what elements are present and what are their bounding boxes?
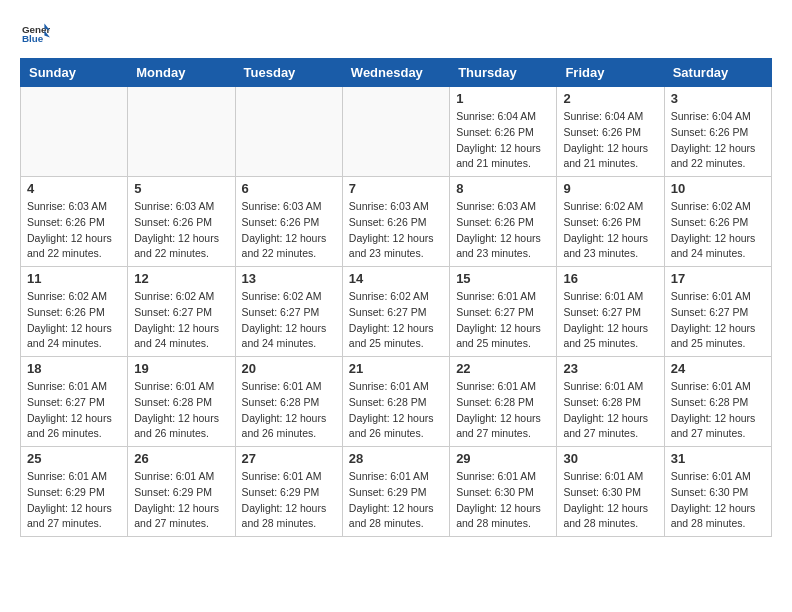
day-cell-20: 20Sunrise: 6:01 AM Sunset: 6:28 PM Dayli… [235,357,342,447]
day-cell-5: 5Sunrise: 6:03 AM Sunset: 6:26 PM Daylig… [128,177,235,267]
day-info: Sunrise: 6:01 AM Sunset: 6:30 PM Dayligh… [671,469,765,532]
day-info: Sunrise: 6:03 AM Sunset: 6:26 PM Dayligh… [349,199,443,262]
day-cell-17: 17Sunrise: 6:01 AM Sunset: 6:27 PM Dayli… [664,267,771,357]
day-info: Sunrise: 6:04 AM Sunset: 6:26 PM Dayligh… [671,109,765,172]
day-cell-22: 22Sunrise: 6:01 AM Sunset: 6:28 PM Dayli… [450,357,557,447]
empty-cell [128,87,235,177]
week-row-2: 4Sunrise: 6:03 AM Sunset: 6:26 PM Daylig… [21,177,772,267]
day-cell-9: 9Sunrise: 6:02 AM Sunset: 6:26 PM Daylig… [557,177,664,267]
day-info: Sunrise: 6:02 AM Sunset: 6:27 PM Dayligh… [349,289,443,352]
day-number: 27 [242,451,336,466]
day-number: 5 [134,181,228,196]
day-info: Sunrise: 6:03 AM Sunset: 6:26 PM Dayligh… [456,199,550,262]
day-number: 20 [242,361,336,376]
day-number: 17 [671,271,765,286]
empty-cell [342,87,449,177]
day-info: Sunrise: 6:02 AM Sunset: 6:27 PM Dayligh… [134,289,228,352]
day-info: Sunrise: 6:01 AM Sunset: 6:28 PM Dayligh… [242,379,336,442]
day-number: 8 [456,181,550,196]
day-info: Sunrise: 6:01 AM Sunset: 6:29 PM Dayligh… [242,469,336,532]
day-number: 15 [456,271,550,286]
day-info: Sunrise: 6:02 AM Sunset: 6:26 PM Dayligh… [671,199,765,262]
day-header-sunday: Sunday [21,59,128,87]
day-cell-2: 2Sunrise: 6:04 AM Sunset: 6:26 PM Daylig… [557,87,664,177]
day-info: Sunrise: 6:01 AM Sunset: 6:28 PM Dayligh… [563,379,657,442]
svg-text:Blue: Blue [22,33,44,44]
day-info: Sunrise: 6:01 AM Sunset: 6:28 PM Dayligh… [134,379,228,442]
logo: General Blue [20,20,52,48]
day-header-tuesday: Tuesday [235,59,342,87]
day-cell-13: 13Sunrise: 6:02 AM Sunset: 6:27 PM Dayli… [235,267,342,357]
day-info: Sunrise: 6:04 AM Sunset: 6:26 PM Dayligh… [456,109,550,172]
day-info: Sunrise: 6:01 AM Sunset: 6:29 PM Dayligh… [349,469,443,532]
day-cell-1: 1Sunrise: 6:04 AM Sunset: 6:26 PM Daylig… [450,87,557,177]
day-cell-26: 26Sunrise: 6:01 AM Sunset: 6:29 PM Dayli… [128,447,235,537]
day-info: Sunrise: 6:01 AM Sunset: 6:27 PM Dayligh… [456,289,550,352]
day-number: 26 [134,451,228,466]
day-info: Sunrise: 6:02 AM Sunset: 6:26 PM Dayligh… [27,289,121,352]
day-cell-10: 10Sunrise: 6:02 AM Sunset: 6:26 PM Dayli… [664,177,771,267]
day-info: Sunrise: 6:01 AM Sunset: 6:28 PM Dayligh… [349,379,443,442]
week-row-3: 11Sunrise: 6:02 AM Sunset: 6:26 PM Dayli… [21,267,772,357]
days-header-row: SundayMondayTuesdayWednesdayThursdayFrid… [21,59,772,87]
day-cell-25: 25Sunrise: 6:01 AM Sunset: 6:29 PM Dayli… [21,447,128,537]
day-cell-3: 3Sunrise: 6:04 AM Sunset: 6:26 PM Daylig… [664,87,771,177]
day-number: 31 [671,451,765,466]
week-row-1: 1Sunrise: 6:04 AM Sunset: 6:26 PM Daylig… [21,87,772,177]
day-number: 18 [27,361,121,376]
day-cell-23: 23Sunrise: 6:01 AM Sunset: 6:28 PM Dayli… [557,357,664,447]
day-cell-8: 8Sunrise: 6:03 AM Sunset: 6:26 PM Daylig… [450,177,557,267]
day-info: Sunrise: 6:01 AM Sunset: 6:27 PM Dayligh… [563,289,657,352]
day-number: 22 [456,361,550,376]
day-cell-21: 21Sunrise: 6:01 AM Sunset: 6:28 PM Dayli… [342,357,449,447]
day-cell-7: 7Sunrise: 6:03 AM Sunset: 6:26 PM Daylig… [342,177,449,267]
day-cell-14: 14Sunrise: 6:02 AM Sunset: 6:27 PM Dayli… [342,267,449,357]
day-number: 29 [456,451,550,466]
day-number: 13 [242,271,336,286]
day-header-monday: Monday [128,59,235,87]
day-cell-19: 19Sunrise: 6:01 AM Sunset: 6:28 PM Dayli… [128,357,235,447]
day-number: 4 [27,181,121,196]
calendar-table: SundayMondayTuesdayWednesdayThursdayFrid… [20,58,772,537]
day-info: Sunrise: 6:01 AM Sunset: 6:28 PM Dayligh… [671,379,765,442]
day-info: Sunrise: 6:03 AM Sunset: 6:26 PM Dayligh… [242,199,336,262]
day-cell-18: 18Sunrise: 6:01 AM Sunset: 6:27 PM Dayli… [21,357,128,447]
day-number: 28 [349,451,443,466]
day-number: 23 [563,361,657,376]
day-cell-24: 24Sunrise: 6:01 AM Sunset: 6:28 PM Dayli… [664,357,771,447]
day-info: Sunrise: 6:01 AM Sunset: 6:27 PM Dayligh… [27,379,121,442]
day-info: Sunrise: 6:03 AM Sunset: 6:26 PM Dayligh… [134,199,228,262]
day-header-saturday: Saturday [664,59,771,87]
day-number: 19 [134,361,228,376]
day-number: 11 [27,271,121,286]
week-row-5: 25Sunrise: 6:01 AM Sunset: 6:29 PM Dayli… [21,447,772,537]
day-header-thursday: Thursday [450,59,557,87]
day-cell-31: 31Sunrise: 6:01 AM Sunset: 6:30 PM Dayli… [664,447,771,537]
day-number: 25 [27,451,121,466]
empty-cell [235,87,342,177]
day-number: 1 [456,91,550,106]
day-number: 3 [671,91,765,106]
page-header: General Blue [20,20,772,48]
general-blue-icon: General Blue [22,20,50,48]
day-info: Sunrise: 6:02 AM Sunset: 6:27 PM Dayligh… [242,289,336,352]
empty-cell [21,87,128,177]
day-number: 16 [563,271,657,286]
day-info: Sunrise: 6:01 AM Sunset: 6:29 PM Dayligh… [27,469,121,532]
day-number: 2 [563,91,657,106]
week-row-4: 18Sunrise: 6:01 AM Sunset: 6:27 PM Dayli… [21,357,772,447]
day-header-wednesday: Wednesday [342,59,449,87]
day-info: Sunrise: 6:03 AM Sunset: 6:26 PM Dayligh… [27,199,121,262]
day-info: Sunrise: 6:02 AM Sunset: 6:26 PM Dayligh… [563,199,657,262]
day-header-friday: Friday [557,59,664,87]
day-cell-16: 16Sunrise: 6:01 AM Sunset: 6:27 PM Dayli… [557,267,664,357]
day-info: Sunrise: 6:01 AM Sunset: 6:30 PM Dayligh… [456,469,550,532]
day-number: 6 [242,181,336,196]
day-cell-11: 11Sunrise: 6:02 AM Sunset: 6:26 PM Dayli… [21,267,128,357]
day-cell-15: 15Sunrise: 6:01 AM Sunset: 6:27 PM Dayli… [450,267,557,357]
day-number: 9 [563,181,657,196]
day-number: 10 [671,181,765,196]
day-cell-4: 4Sunrise: 6:03 AM Sunset: 6:26 PM Daylig… [21,177,128,267]
day-info: Sunrise: 6:04 AM Sunset: 6:26 PM Dayligh… [563,109,657,172]
day-number: 21 [349,361,443,376]
